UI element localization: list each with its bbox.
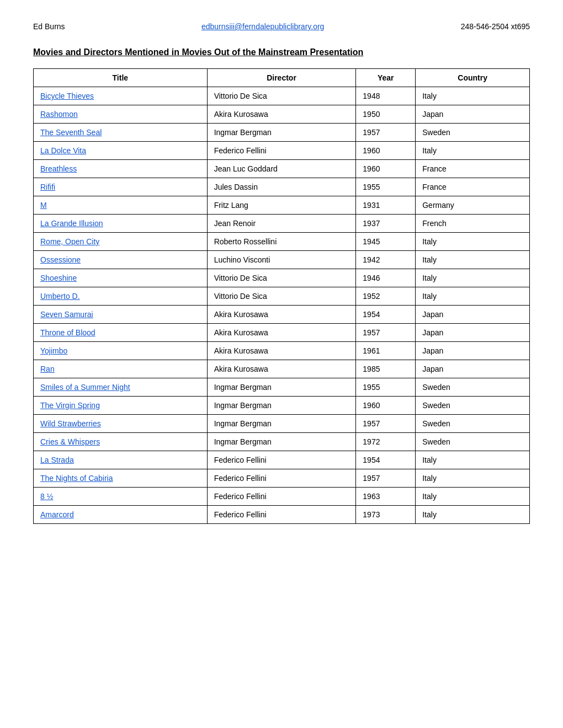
movie-link[interactable]: Cries & Whispers (40, 437, 100, 446)
table-row: 8 ½Federico Fellini1963Italy (34, 488, 530, 506)
cell-director: Luchino Visconti (207, 251, 356, 269)
page-title: Movies and Directors Mentioned in Movies… (33, 47, 530, 57)
cell-country: Japan (416, 360, 530, 378)
cell-director: Federico Fellini (207, 469, 356, 488)
movie-link[interactable]: The Nights of Cabiria (40, 474, 113, 483)
cell-country: France (416, 178, 530, 196)
table-row: YojimboAkira Kurosawa1961Japan (34, 342, 530, 360)
col-header-director: Director (207, 69, 356, 87)
cell-title: 8 ½ (34, 488, 208, 506)
movie-link[interactable]: Amarcord (40, 510, 74, 519)
cell-country: Japan (416, 342, 530, 360)
movie-link[interactable]: Seven Samurai (40, 310, 93, 319)
cell-director: Akira Kurosawa (207, 105, 356, 124)
movie-link[interactable]: Wild Strawberries (40, 419, 101, 428)
cell-director: Vittorio De Sica (207, 269, 356, 287)
cell-year: 1955 (356, 178, 416, 196)
cell-year: 1957 (356, 469, 416, 488)
author-email[interactable]: edburnsiii@ferndalepubliclibrary.org (201, 22, 325, 31)
cell-title: Ran (34, 360, 208, 378)
cell-director: Jules Dassin (207, 178, 356, 196)
cell-country: Japan (416, 306, 530, 324)
cell-title: The Seventh Seal (34, 124, 208, 142)
cell-director: Roberto Rossellini (207, 233, 356, 251)
movie-link[interactable]: Shoeshine (40, 274, 77, 282)
table-row: Bicycle ThievesVittorio De Sica1948Italy (34, 87, 530, 105)
movie-link[interactable]: Umberto D. (40, 292, 80, 301)
cell-title: Yojimbo (34, 342, 208, 360)
table-row: La Grande IllusionJean Renoir1937French (34, 215, 530, 233)
cell-country: Italy (416, 451, 530, 469)
cell-title: La Dolce Vita (34, 142, 208, 160)
cell-title: Throne of Blood (34, 324, 208, 342)
table-row: The Virgin SpringIngmar Bergman1960Swede… (34, 397, 530, 415)
cell-country: Italy (416, 251, 530, 269)
movie-link[interactable]: Rashomon (40, 110, 78, 119)
author-name: Ed Burns (33, 22, 65, 31)
cell-title: Rififi (34, 178, 208, 196)
cell-country: Italy (416, 469, 530, 488)
movie-link[interactable]: La Dolce Vita (40, 146, 86, 155)
cell-director: Vittorio De Sica (207, 287, 356, 306)
movie-link[interactable]: Yojimbo (40, 346, 67, 355)
movie-link[interactable]: The Virgin Spring (40, 401, 100, 410)
table-row: La StradaFederico Fellini1954Italy (34, 451, 530, 469)
cell-country: Japan (416, 105, 530, 124)
cell-country: Italy (416, 488, 530, 506)
cell-director: Ingmar Bergman (207, 433, 356, 451)
movie-link[interactable]: Ossessione (40, 255, 81, 264)
col-header-country: Country (416, 69, 530, 87)
cell-country: Sweden (416, 124, 530, 142)
cell-year: 1961 (356, 342, 416, 360)
cell-country: Sweden (416, 378, 530, 397)
table-header-row: Title Director Year Country (34, 69, 530, 87)
movie-link[interactable]: The Seventh Seal (40, 128, 102, 137)
cell-director: Akira Kurosawa (207, 306, 356, 324)
cell-year: 1945 (356, 233, 416, 251)
cell-title: Umberto D. (34, 287, 208, 306)
cell-country: Italy (416, 142, 530, 160)
cell-director: Jean Renoir (207, 215, 356, 233)
cell-year: 1931 (356, 196, 416, 215)
movie-link[interactable]: Throne of Blood (40, 328, 95, 337)
table-row: AmarcordFederico Fellini1973Italy (34, 506, 530, 524)
movie-link[interactable]: Rififi (40, 183, 55, 191)
movies-table: Title Director Year Country Bicycle Thie… (33, 68, 530, 524)
cell-title: Cries & Whispers (34, 433, 208, 451)
table-row: Throne of BloodAkira Kurosawa1957Japan (34, 324, 530, 342)
cell-title: Rome, Open City (34, 233, 208, 251)
cell-year: 1948 (356, 87, 416, 105)
cell-country: Sweden (416, 433, 530, 451)
cell-director: Akira Kurosawa (207, 324, 356, 342)
movie-link[interactable]: Rome, Open City (40, 237, 99, 246)
table-row: Umberto D.Vittorio De Sica1952Italy (34, 287, 530, 306)
table-row: Seven SamuraiAkira Kurosawa1954Japan (34, 306, 530, 324)
cell-year: 1972 (356, 433, 416, 451)
cell-year: 1942 (356, 251, 416, 269)
movie-link[interactable]: 8 ½ (40, 492, 53, 501)
table-row: Cries & WhispersIngmar Bergman1972Sweden (34, 433, 530, 451)
movie-link[interactable]: Breathless (40, 164, 77, 173)
movie-link[interactable]: M (40, 201, 47, 210)
cell-director: Federico Fellini (207, 506, 356, 524)
cell-country: Sweden (416, 415, 530, 433)
cell-country: French (416, 215, 530, 233)
email-link[interactable]: edburnsiii@ferndalepubliclibrary.org (201, 22, 325, 31)
movie-link[interactable]: Smiles of a Summer Night (40, 383, 130, 392)
movie-link[interactable]: La Strada (40, 456, 74, 464)
cell-title: Amarcord (34, 506, 208, 524)
cell-title: Shoeshine (34, 269, 208, 287)
movie-link[interactable]: La Grande Illusion (40, 219, 103, 228)
cell-country: Italy (416, 269, 530, 287)
cell-title: La Strada (34, 451, 208, 469)
table-row: RashomonAkira Kurosawa1950Japan (34, 105, 530, 124)
cell-title: Bicycle Thieves (34, 87, 208, 105)
cell-year: 1957 (356, 324, 416, 342)
movie-link[interactable]: Bicycle Thieves (40, 92, 94, 100)
cell-country: France (416, 160, 530, 178)
table-row: OssessioneLuchino Visconti1942Italy (34, 251, 530, 269)
movie-link[interactable]: Ran (40, 365, 55, 373)
cell-title: The Nights of Cabiria (34, 469, 208, 488)
cell-director: Ingmar Bergman (207, 124, 356, 142)
cell-director: Akira Kurosawa (207, 342, 356, 360)
